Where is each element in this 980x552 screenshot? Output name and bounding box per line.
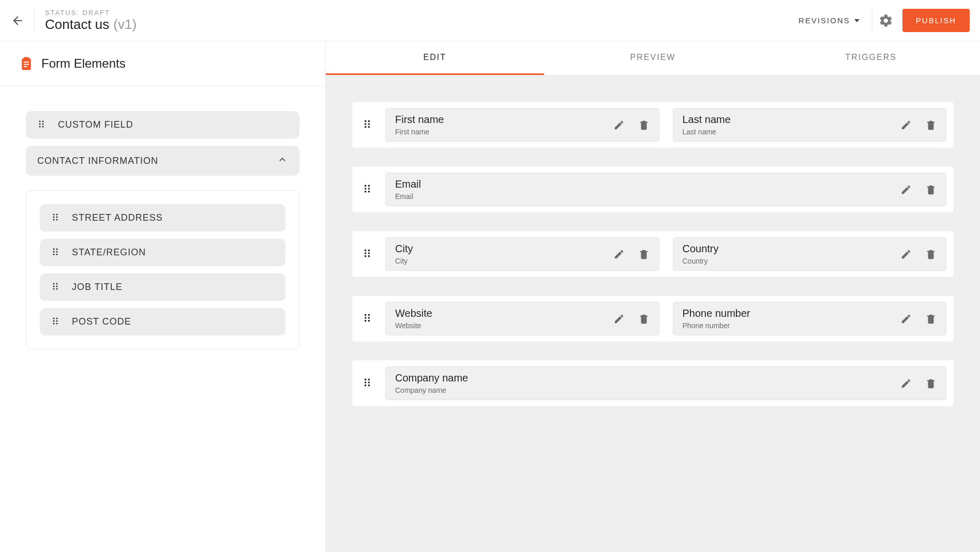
trash-icon [925, 184, 937, 195]
field-text: Company nameCompany name [395, 372, 900, 394]
drag-handle-icon[interactable] [359, 119, 375, 131]
delete-field-button[interactable] [925, 378, 937, 389]
field-subtitle: Company name [395, 386, 900, 394]
edit-field-button[interactable] [613, 313, 625, 325]
section-label: CONTACT INFORMATION [37, 156, 158, 166]
field-title: Country [683, 243, 901, 255]
custom-field-item[interactable]: CUSTOM FIELD [26, 111, 299, 139]
tab-triggers[interactable]: TRIGGERS [762, 41, 980, 75]
drag-handle-icon[interactable] [359, 184, 375, 195]
sidebar-header: Form Elements [0, 41, 325, 86]
settings-button[interactable] [876, 10, 896, 31]
edit-field-button[interactable] [900, 184, 912, 195]
field-text: CountryCountry [683, 243, 901, 265]
field-title: Phone number [683, 308, 901, 319]
trash-icon [925, 249, 937, 260]
edit-field-button[interactable] [613, 119, 625, 131]
sidebar-item-street-address[interactable]: STREET ADDRESS [40, 204, 285, 232]
edit-field-button[interactable] [900, 313, 912, 325]
fields-wrap: EmailEmail [385, 173, 946, 206]
field-block[interactable]: Last nameLast name [673, 108, 947, 142]
field-block[interactable]: CountryCountry [673, 237, 947, 271]
revisions-label: REVISIONS [798, 16, 850, 25]
field-block[interactable]: Company nameCompany name [385, 366, 946, 400]
field-actions [900, 313, 937, 325]
edit-field-button[interactable] [900, 378, 912, 389]
arrow-left-icon [11, 14, 24, 27]
version-label: (v1) [113, 17, 137, 33]
delete-field-button[interactable] [638, 313, 650, 325]
field-text: First nameFirst name [395, 114, 613, 136]
field-subtitle: Email [395, 192, 900, 201]
sidebar-item-job-title[interactable]: JOB TITLE [40, 273, 285, 301]
publish-button[interactable]: PUBLISH [902, 9, 970, 32]
sidebar-item-label: POST CODE [72, 316, 131, 327]
drag-handle-icon[interactable] [359, 249, 375, 260]
tab-edit[interactable]: EDIT [326, 41, 544, 75]
drag-handle-icon[interactable] [51, 248, 59, 258]
edit-field-button[interactable] [613, 249, 625, 260]
drag-handle-icon[interactable] [51, 282, 59, 293]
tabs: EDIT PREVIEW TRIGGERS [326, 41, 980, 75]
field-text: Last nameLast name [683, 114, 901, 136]
pencil-icon [613, 119, 625, 131]
field-actions [900, 378, 937, 389]
drag-handle-icon[interactable] [51, 317, 59, 327]
field-block[interactable]: Phone numberPhone number [673, 302, 947, 335]
delete-field-button[interactable] [638, 249, 650, 260]
revisions-dropdown[interactable]: REVISIONS [789, 16, 869, 25]
clipboard-icon [19, 56, 34, 71]
back-button[interactable] [8, 11, 27, 30]
pencil-icon [613, 313, 625, 325]
drag-handle-icon[interactable] [359, 378, 375, 389]
drag-handle-icon[interactable] [37, 120, 46, 130]
sidebar-item-label: STATE/REGION [72, 247, 146, 258]
field-block[interactable]: CityCity [385, 237, 659, 271]
delete-field-button[interactable] [925, 313, 937, 325]
delete-field-button[interactable] [925, 249, 937, 260]
field-block[interactable]: WebsiteWebsite [385, 302, 659, 335]
gear-icon [879, 13, 893, 28]
drag-handle-icon[interactable] [51, 213, 59, 223]
contact-information-panel: STREET ADDRESS STATE/REGION JOB TITLE PO… [26, 190, 299, 349]
field-text: CityCity [395, 243, 613, 265]
field-text: EmailEmail [395, 178, 900, 201]
field-actions [613, 249, 650, 260]
divider [34, 8, 35, 33]
field-title: Email [395, 178, 900, 190]
drag-handle-icon[interactable] [359, 313, 375, 325]
form-row: Company nameCompany name [352, 360, 954, 407]
delete-field-button[interactable] [638, 119, 650, 131]
divider [872, 10, 872, 32]
delete-field-button[interactable] [925, 184, 937, 195]
trash-icon [925, 313, 937, 325]
form-row: CityCityCountryCountry [352, 231, 954, 278]
pencil-icon [900, 184, 912, 195]
topbar: STATUS: DRAFT Contact us (v1) REVISIONS … [0, 0, 980, 41]
sidebar: Form Elements CUSTOM FIELD CONTACT INFOR… [0, 41, 326, 552]
field-subtitle: City [395, 257, 613, 265]
field-actions [613, 119, 650, 131]
field-block[interactable]: EmailEmail [385, 173, 946, 206]
fields-wrap: CityCityCountryCountry [385, 237, 946, 271]
delete-field-button[interactable] [925, 119, 937, 131]
trash-icon [638, 249, 650, 260]
contact-information-section[interactable]: CONTACT INFORMATION [26, 146, 299, 176]
field-title: Website [395, 308, 613, 319]
form-row: First nameFirst nameLast nameLast name [352, 101, 954, 148]
field-subtitle: Country [683, 257, 901, 265]
main: Form Elements CUSTOM FIELD CONTACT INFOR… [0, 41, 980, 552]
page-title: Contact us [45, 17, 109, 33]
content: EDIT PREVIEW TRIGGERS First nameFirst na… [326, 41, 980, 552]
field-block[interactable]: First nameFirst name [385, 108, 659, 142]
field-subtitle: Phone number [683, 321, 901, 330]
edit-field-button[interactable] [900, 119, 912, 131]
sidebar-item-state-region[interactable]: STATE/REGION [40, 239, 285, 266]
edit-field-button[interactable] [900, 249, 912, 260]
sidebar-item-label: JOB TITLE [72, 282, 123, 293]
chevron-up-icon [277, 154, 288, 167]
tab-preview[interactable]: PREVIEW [544, 41, 762, 75]
trash-icon [925, 378, 937, 389]
field-text: WebsiteWebsite [395, 308, 613, 330]
sidebar-item-post-code[interactable]: POST CODE [40, 308, 285, 335]
